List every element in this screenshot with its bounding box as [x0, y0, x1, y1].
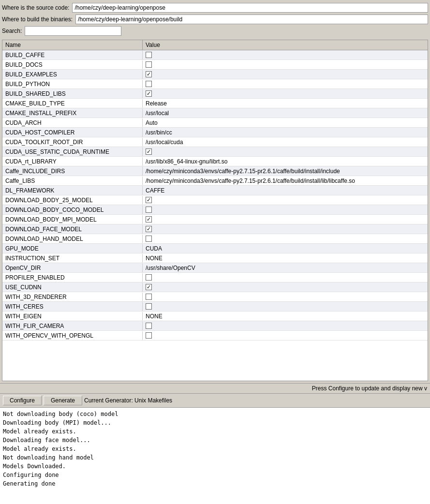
cell-value: /usr/share/OpenCV: [143, 264, 428, 272]
table-row: WITH_CERES: [2, 302, 428, 311]
cell-value[interactable]: [143, 302, 428, 311]
table-row: CMAKE_INSTALL_PREFIX/usr/local: [2, 108, 428, 118]
cell-value[interactable]: [143, 215, 428, 223]
checkbox[interactable]: [146, 148, 152, 155]
table-row: BUILD_PYTHON: [2, 79, 428, 89]
checkbox[interactable]: [146, 216, 152, 222]
table-row: DL_FRAMEWORKCAFFE: [2, 186, 428, 195]
table-row: Caffe_INCLUDE_DIRS/home/czy/miniconda3/e…: [2, 166, 428, 176]
cell-name: BUILD_CAFFE: [2, 51, 143, 59]
table-row: CUDA_USE_STATIC_CUDA_RUNTIME: [2, 147, 428, 157]
table-row: WITH_OPENCV_WITH_OPENGL: [2, 331, 428, 341]
cell-value: CUDA: [143, 244, 428, 253]
cell-name: DOWNLOAD_FACE_MODEL: [2, 225, 143, 234]
table-row: GPU_MODECUDA: [2, 244, 428, 253]
table-row: DOWNLOAD_BODY_MPI_MODEL: [2, 215, 428, 224]
configure-button[interactable]: Configure: [3, 396, 42, 405]
cell-value[interactable]: [143, 283, 428, 291]
checkbox[interactable]: [146, 284, 152, 290]
col-value-header: Value: [143, 40, 428, 50]
cell-value[interactable]: [143, 89, 428, 98]
cell-value: /home/czy/miniconda3/envs/caffe-py2.7.15…: [143, 177, 428, 185]
checkbox[interactable]: [146, 303, 152, 310]
cell-name: CUDA_TOOLKIT_ROOT_DIR: [2, 138, 143, 147]
status-bar: Press Configure to update and display ne…: [0, 383, 430, 393]
cell-value[interactable]: [143, 293, 428, 301]
log-line: Downloading face model...: [3, 436, 427, 445]
source-label: Where is the source code:: [2, 4, 69, 11]
cell-name: WITH_EIGEN: [2, 312, 143, 321]
cell-value[interactable]: [143, 235, 428, 243]
build-input[interactable]: [75, 15, 428, 24]
search-input[interactable]: [25, 26, 121, 36]
cell-value: CAFFE: [143, 186, 428, 195]
cell-name: CMAKE_INSTALL_PREFIX: [2, 109, 143, 118]
source-input[interactable]: [72, 3, 428, 13]
cell-name: Caffe_LIBS: [2, 177, 143, 185]
log-line: Downloading body (MPI) model...: [3, 418, 427, 427]
checkbox[interactable]: [146, 71, 152, 77]
cell-name: CUDA_rt_LIBRARY: [2, 157, 143, 166]
cell-value: NONE: [143, 312, 428, 321]
cell-value[interactable]: [143, 60, 428, 69]
cell-value[interactable]: [143, 225, 428, 233]
cell-value[interactable]: [143, 70, 428, 78]
cell-value[interactable]: [143, 80, 428, 88]
cell-value[interactable]: [143, 196, 428, 204]
cell-name: CMAKE_BUILD_TYPE: [2, 99, 143, 108]
cell-name: DOWNLOAD_BODY_MPI_MODEL: [2, 215, 143, 224]
cell-value: Auto: [143, 119, 428, 127]
table-row: DOWNLOAD_FACE_MODEL: [2, 224, 428, 234]
cell-value[interactable]: [143, 51, 428, 59]
cell-value[interactable]: [143, 322, 428, 330]
cell-value[interactable]: [143, 206, 428, 214]
table-row: CUDA_TOOLKIT_ROOT_DIR/usr/local/cuda: [2, 137, 428, 147]
cell-value[interactable]: [143, 331, 428, 340]
cell-name: GPU_MODE: [2, 244, 143, 253]
checkbox[interactable]: [146, 323, 152, 329]
table-row: BUILD_SHARED_LIBS: [2, 89, 428, 99]
cell-name: DOWNLOAD_BODY_COCO_MODEL: [2, 206, 143, 214]
table-row: OpenCV_DIR/usr/share/OpenCV: [2, 263, 428, 273]
checkbox[interactable]: [146, 332, 152, 339]
table-row: WITH_3D_RENDERER: [2, 292, 428, 302]
cell-value[interactable]: [143, 148, 428, 156]
checkbox[interactable]: [146, 52, 152, 58]
checkbox[interactable]: [146, 90, 152, 97]
table-row: BUILD_DOCS: [2, 60, 428, 70]
checkbox[interactable]: [146, 81, 152, 87]
generate-button[interactable]: Generate: [44, 396, 82, 405]
log-line: Configuring done: [3, 471, 427, 479]
cell-name: DL_FRAMEWORK: [2, 186, 143, 195]
search-label: Search:: [2, 28, 22, 34]
cell-value: NONE: [143, 254, 428, 263]
checkbox[interactable]: [146, 61, 152, 68]
cell-name: DOWNLOAD_BODY_25_MODEL: [2, 196, 143, 205]
log-line: Models Downloaded.: [3, 462, 427, 471]
checkbox[interactable]: [146, 294, 152, 300]
checkbox[interactable]: [146, 207, 152, 213]
cell-name: BUILD_PYTHON: [2, 80, 143, 89]
log-line: Model already exists.: [3, 427, 427, 436]
table-row: CUDA_ARCHAuto: [2, 118, 428, 128]
checkbox[interactable]: [146, 197, 152, 203]
table-row: BUILD_CAFFE: [2, 50, 428, 60]
checkbox[interactable]: [146, 236, 152, 242]
log-line: Generating done: [3, 479, 427, 488]
generator-label: Current Generator: Unix Makefiles: [84, 397, 172, 404]
table-row: USE_CUDNN: [2, 282, 428, 292]
table-row: BUILD_EXAMPLES: [2, 70, 428, 79]
table-row: CUDA_rt_LIBRARY/usr/lib/x86_64-linux-gnu…: [2, 157, 428, 166]
log-line: Not downloading hand model: [3, 453, 427, 462]
cell-value: /home/czy/miniconda3/envs/caffe-py2.7.15…: [143, 167, 428, 176]
table-row: WITH_EIGENNONE: [2, 311, 428, 321]
cell-name: WITH_FLIR_CAMERA: [2, 322, 143, 330]
table-row: CMAKE_BUILD_TYPERelease: [2, 99, 428, 108]
cell-value: /usr/lib/x86_64-linux-gnu/librt.so: [143, 157, 428, 166]
cell-name: BUILD_DOCS: [2, 60, 143, 69]
cell-value[interactable]: [143, 273, 428, 282]
checkbox[interactable]: [146, 274, 152, 281]
table-row: CUDA_HOST_COMPILER/usr/bin/cc: [2, 128, 428, 137]
cell-value: /usr/bin/cc: [143, 128, 428, 137]
checkbox[interactable]: [146, 226, 152, 232]
